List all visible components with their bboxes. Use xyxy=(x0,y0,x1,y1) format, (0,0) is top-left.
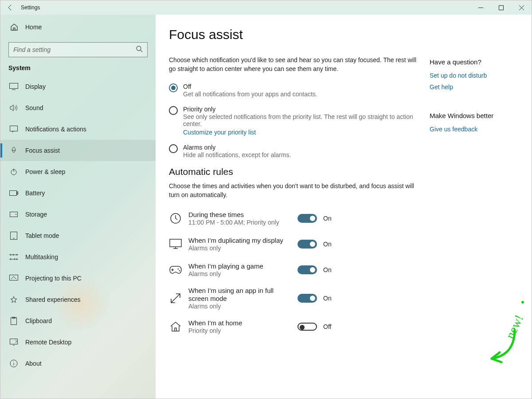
svg-point-19 xyxy=(521,301,524,304)
page-description: Choose which notification you'd like to … xyxy=(169,55,417,73)
sidebar-item-storage[interactable]: Storage xyxy=(0,204,156,225)
customize-priority-link[interactable]: Customize your priority list xyxy=(183,129,417,136)
sidebar-item-label: Clipboard xyxy=(25,317,52,324)
sidebar-item-power-sleep[interactable]: Power & sleep xyxy=(0,161,156,182)
sidebar-item-about[interactable]: About xyxy=(0,353,156,374)
aside-feedback-heading: Make Windows better xyxy=(430,112,515,119)
rules-heading: Automatic rules xyxy=(169,166,417,177)
svg-rect-10 xyxy=(10,275,18,280)
rule-fullscreen-app[interactable]: When I'm using an app in full screen mod… xyxy=(169,283,417,314)
toggle-state: On xyxy=(323,215,332,222)
notifications-icon xyxy=(8,126,19,133)
sidebar-item-label: Shared experiences xyxy=(25,296,81,303)
back-button[interactable] xyxy=(4,1,16,14)
sidebar-item-projecting[interactable]: Projecting to this PC xyxy=(0,268,156,289)
sidebar: Home System Display Sound Notifications … xyxy=(0,15,156,399)
radio-priority-only[interactable]: Priority only See only selected notifica… xyxy=(169,106,417,136)
minimize-button[interactable] xyxy=(470,0,491,15)
radio-sub: Hide all notifications, except for alarm… xyxy=(183,151,291,158)
close-button[interactable] xyxy=(511,0,532,15)
toggle-at-home[interactable] xyxy=(297,323,317,331)
radio-sub: Get all notifications from your apps and… xyxy=(183,91,317,98)
link-feedback[interactable]: Give us feedback xyxy=(430,126,515,133)
titlebar: Settings xyxy=(0,0,532,15)
rules-description: Choose the times and activities when you… xyxy=(169,182,417,199)
svg-rect-2 xyxy=(10,83,18,89)
rule-during-times[interactable]: During these times11:00 PM - 5:00 AM; Pr… xyxy=(169,205,417,231)
toggle-during-times[interactable] xyxy=(297,214,317,223)
sidebar-item-clipboard[interactable]: Clipboard xyxy=(0,310,156,332)
rule-sub: Alarms only xyxy=(188,303,295,310)
toggle-playing-game[interactable] xyxy=(297,265,317,274)
radio-off[interactable]: Off Get all notifications from your apps… xyxy=(169,83,417,98)
display-icon xyxy=(8,83,19,90)
radio-icon xyxy=(169,83,178,92)
clipboard-icon xyxy=(8,317,19,325)
sidebar-item-label: Remote Desktop xyxy=(25,339,71,346)
monitor-icon xyxy=(169,237,182,251)
svg-point-1 xyxy=(137,46,141,51)
toggle-duplicating-display[interactable] xyxy=(297,240,317,249)
radio-label: Priority only xyxy=(183,106,417,113)
rule-at-home[interactable]: When I'm at homePriority only Off xyxy=(169,314,417,340)
sidebar-item-display[interactable]: Display xyxy=(0,76,156,97)
radio-alarms-only[interactable]: Alarms only Hide all notifications, exce… xyxy=(169,144,417,158)
sidebar-item-label: Multitasking xyxy=(25,253,58,261)
rule-title: When I'm using an app in full screen mod… xyxy=(188,287,295,303)
sidebar-item-shared-experiences[interactable]: Shared experiences xyxy=(0,289,156,310)
home-icon xyxy=(9,23,19,31)
svg-point-8 xyxy=(16,214,16,215)
sidebar-item-sound[interactable]: Sound xyxy=(0,97,156,119)
rule-title: When I'm playing a game xyxy=(188,262,295,270)
rule-sub: Priority only xyxy=(188,327,295,334)
window-title: Settings xyxy=(21,4,40,11)
sidebar-item-label: Tablet mode xyxy=(25,232,59,239)
rule-duplicating-display[interactable]: When I'm duplicating my displayAlarms on… xyxy=(169,231,417,257)
about-icon xyxy=(8,359,19,367)
rule-sub: 11:00 PM - 5:00 AM; Priority only xyxy=(188,219,295,226)
sidebar-item-tablet-mode[interactable]: Tablet mode xyxy=(0,225,156,246)
sound-icon xyxy=(8,104,19,111)
search-input-container[interactable] xyxy=(8,42,148,57)
sidebar-item-notifications[interactable]: Notifications & actions xyxy=(0,119,156,140)
sidebar-item-battery[interactable]: Battery xyxy=(0,182,156,204)
sidebar-item-label: Focus assist xyxy=(25,147,60,154)
sidebar-item-label: Projecting to this PC xyxy=(25,275,82,282)
sidebar-item-focus-assist[interactable]: Focus assist xyxy=(0,140,156,161)
sidebar-home[interactable]: Home xyxy=(0,18,156,36)
rule-title: During these times xyxy=(188,211,295,219)
multitasking-icon xyxy=(8,254,19,260)
radio-label: Alarms only xyxy=(183,144,291,151)
sidebar-item-label: Power & sleep xyxy=(25,168,65,175)
sidebar-item-label: Sound xyxy=(25,104,43,111)
sidebar-item-label: Notifications & actions xyxy=(25,126,86,133)
maximize-button[interactable] xyxy=(491,0,511,15)
battery-icon xyxy=(8,190,19,196)
tablet-icon xyxy=(8,232,19,240)
radio-icon xyxy=(169,106,178,115)
remote-desktop-icon xyxy=(8,339,19,346)
sidebar-item-label: Display xyxy=(25,83,46,90)
fullscreen-icon xyxy=(169,292,182,305)
search-input[interactable] xyxy=(13,46,136,53)
svg-rect-0 xyxy=(499,5,503,10)
svg-rect-6 xyxy=(17,192,18,194)
sidebar-section-title: System xyxy=(0,64,156,76)
link-get-help[interactable]: Get help xyxy=(430,83,515,91)
svg-rect-3 xyxy=(10,126,18,131)
sidebar-item-label: Battery xyxy=(25,190,45,197)
toggle-fullscreen-app[interactable] xyxy=(297,294,317,303)
sidebar-item-remote-desktop[interactable]: Remote Desktop xyxy=(0,332,156,353)
search-icon xyxy=(136,45,143,54)
link-set-up-dnd[interactable]: Set up do not disturb xyxy=(430,72,515,79)
sidebar-item-label: About xyxy=(25,360,42,367)
sidebar-item-multitasking[interactable]: Multitasking xyxy=(0,246,156,268)
home-rule-icon xyxy=(169,320,182,333)
toggle-state: On xyxy=(323,266,332,273)
rule-playing-game[interactable]: When I'm playing a gameAlarms only On xyxy=(169,257,417,283)
toggle-state: Off xyxy=(323,323,331,330)
rule-sub: Alarms only xyxy=(188,270,295,277)
clock-icon xyxy=(169,212,182,225)
toggle-state: On xyxy=(323,241,332,248)
rule-title: When I'm at home xyxy=(188,319,295,327)
